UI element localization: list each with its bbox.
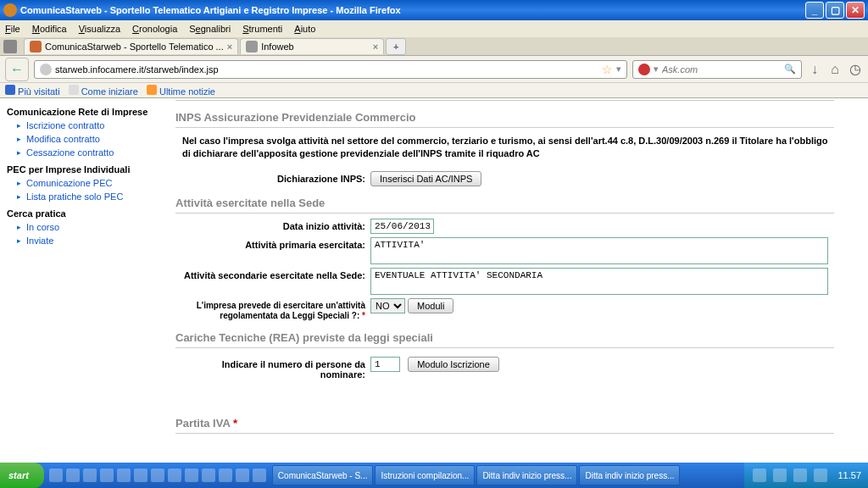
tray-icon[interactable]	[814, 469, 827, 482]
quicklaunch-icon[interactable]	[83, 469, 97, 482]
data-inizio-input[interactable]	[370, 219, 434, 234]
tab-strip: ComunicaStarweb - Sportello Telematico .…	[0, 37, 868, 56]
new-tab-button[interactable]: +	[386, 38, 406, 55]
attivita-secondarie-textarea[interactable]: EVENTUALE ATTIVITA' SECONDARIA	[370, 268, 828, 295]
section-cariche-title: Cariche Tecniche (REA) previste da leggi…	[175, 328, 834, 348]
bookmarks-toolbar: Più visitati Come iniziare Ultime notizi…	[0, 83, 868, 98]
attivita-primaria-label: Attività primaria esercitata:	[175, 237, 370, 250]
start-button[interactable]: start	[0, 463, 44, 488]
clock[interactable]: 11.57	[837, 470, 861, 480]
back-button[interactable]: ←	[5, 58, 29, 81]
close-button[interactable]: ✕	[846, 2, 865, 19]
home-icon[interactable]: ⌂	[827, 62, 843, 77]
search-magnifier-icon[interactable]: 🔍	[784, 64, 796, 75]
task-ditta-2[interactable]: Ditta indiv inizio press...	[579, 465, 680, 485]
search-bar[interactable]: ▾ 🔍	[632, 60, 802, 79]
sidebar-section-pec: PEC per Imprese Individuali	[7, 164, 159, 175]
section-attivita-title: Attività esercitate nella Sede	[175, 193, 834, 214]
url-input[interactable]	[55, 64, 598, 75]
sidebar: Comunicazione Rete di Imprese Iscrizione…	[0, 98, 165, 473]
search-dropdown-icon[interactable]: ▾	[654, 64, 659, 75]
download-icon[interactable]: ↓	[807, 62, 822, 77]
url-dropdown-icon[interactable]: ▾	[616, 64, 621, 75]
globe-icon	[40, 64, 52, 75]
firefox-icon	[3, 3, 17, 17]
menu-aiuto[interactable]: Aiuto	[294, 24, 315, 34]
menu-strumenti[interactable]: Strumenti	[242, 24, 282, 34]
leggi-speciali-select[interactable]: NO	[370, 298, 405, 313]
quicklaunch-icon[interactable]	[117, 469, 131, 482]
tab-label: Infoweb	[261, 42, 294, 52]
menu-segnalibri[interactable]: Segnalibri	[189, 24, 231, 34]
search-input[interactable]	[662, 64, 781, 75]
menu-visualizza[interactable]: Visualizza	[79, 24, 120, 34]
sidebar-item-comunicazione-pec[interactable]: Comunicazione PEC	[7, 176, 159, 190]
system-tray: 11.57	[744, 463, 868, 488]
inserisci-dati-button[interactable]: Inserisci Dati AC/INPS	[370, 171, 481, 186]
task-firefox[interactable]: ComunicaStarweb - S...	[272, 465, 374, 485]
sidebar-item-iscrizione[interactable]: Iscrizione contratto	[7, 119, 159, 132]
window-title: ComunicaStarweb - Sportello Telematico A…	[20, 5, 401, 15]
tray-icon[interactable]	[753, 469, 766, 482]
quicklaunch-icon[interactable]	[66, 469, 80, 482]
minimize-button[interactable]: _	[805, 2, 824, 19]
tray-icon[interactable]	[793, 469, 807, 482]
tray-icon[interactable]	[773, 469, 787, 482]
tab-close-icon[interactable]: ×	[227, 42, 232, 52]
sidebar-item-cessazione[interactable]: Cessazione contratto	[7, 146, 159, 159]
modulo-iscrizione-button[interactable]: Modulo Iscrizione	[408, 357, 499, 372]
inps-info-text: Nel caso l'impresa svolga attività nel s…	[182, 135, 834, 161]
bookmark-piu-visitati[interactable]: Più visitati	[5, 85, 60, 97]
quicklaunch-icon[interactable]	[202, 469, 215, 482]
section-piva-title: Partita IVA *	[175, 413, 834, 434]
taskbar: start ComunicaStarweb - S... Istruzioni …	[0, 463, 868, 488]
task-istruzioni[interactable]: Istruzioni compilazion...	[375, 465, 475, 485]
section-inps-title: INPS Assicurazione Previdenziale Commerc…	[175, 108, 834, 128]
tab-favicon-icon	[30, 41, 42, 53]
sidebar-item-modifica[interactable]: Modifica contratto	[7, 132, 159, 146]
persone-label: Indicare il numero di persone da nominar…	[175, 357, 370, 380]
quicklaunch-icon[interactable]	[100, 469, 114, 482]
sidebar-section-comunicazione: Comunicazione Rete di Imprese	[7, 107, 159, 117]
sidebar-section-cerca: Cerca pratica	[7, 208, 159, 219]
ask-icon	[638, 64, 650, 75]
tab-favicon-icon	[246, 41, 258, 53]
menu-modifica[interactable]: Modifica	[32, 24, 67, 34]
sidebar-item-inviate[interactable]: Inviate	[7, 234, 159, 247]
attivita-primaria-textarea[interactable]: ATTIVITA'	[370, 237, 828, 264]
menu-bar: File Modifica Visualizza Cronologia Segn…	[0, 20, 868, 37]
quicklaunch-icon[interactable]	[219, 469, 232, 482]
menu-file[interactable]: File	[5, 24, 20, 34]
data-inizio-label: Data inizio attività:	[175, 219, 370, 231]
quicklaunch-icon[interactable]	[151, 469, 164, 482]
url-bar[interactable]: ☆ ▾	[34, 60, 627, 79]
sidebar-item-in-corso[interactable]: In corso	[7, 220, 159, 234]
bookmark-ultime-notizie[interactable]: Ultime notizie	[147, 85, 215, 97]
tab-label: ComunicaStarweb - Sportello Telematico .…	[45, 42, 224, 52]
print-icon[interactable]	[3, 40, 17, 53]
moduli-button[interactable]: Moduli	[408, 298, 453, 313]
quicklaunch-icon[interactable]	[253, 469, 266, 482]
quicklaunch-icon[interactable]	[49, 469, 63, 482]
attivita-secondarie-label: Attività secondarie esercitate nella Sed…	[175, 268, 370, 280]
dichiarazione-label: Dichiarazione INPS:	[175, 171, 370, 184]
maximize-button[interactable]: ▢	[826, 2, 844, 19]
history-icon[interactable]: ◷	[848, 62, 863, 77]
quicklaunch-icon[interactable]	[236, 469, 249, 482]
leggi-speciali-label: L'impresa prevede di esercitare un'attiv…	[175, 298, 370, 321]
browser-tab-1[interactable]: ComunicaStarweb - Sportello Telematico .…	[24, 38, 238, 54]
menu-cronologia[interactable]: Cronologia	[132, 24, 177, 34]
bookmark-come-iniziare[interactable]: Come iniziare	[69, 85, 138, 97]
tab-close-icon[interactable]: ×	[373, 42, 378, 52]
nav-toolbar: ← ☆ ▾ ▾ 🔍 ↓ ⌂ ◷	[0, 56, 868, 83]
quicklaunch-icon[interactable]	[185, 469, 198, 482]
main-form: INPS Assicurazione Previdenziale Commerc…	[165, 98, 868, 473]
bookmark-star-icon[interactable]: ☆	[602, 63, 613, 76]
task-ditta-1[interactable]: Ditta indiv inizio press...	[476, 465, 577, 485]
sidebar-item-lista-pratiche[interactable]: Lista pratiche solo PEC	[7, 190, 159, 203]
persone-input[interactable]	[370, 357, 400, 372]
browser-tab-2[interactable]: Infoweb ×	[240, 38, 384, 54]
window-titlebar: ComunicaStarweb - Sportello Telematico A…	[0, 0, 868, 20]
quicklaunch-icon[interactable]	[134, 469, 147, 482]
quicklaunch-icon[interactable]	[168, 469, 181, 482]
